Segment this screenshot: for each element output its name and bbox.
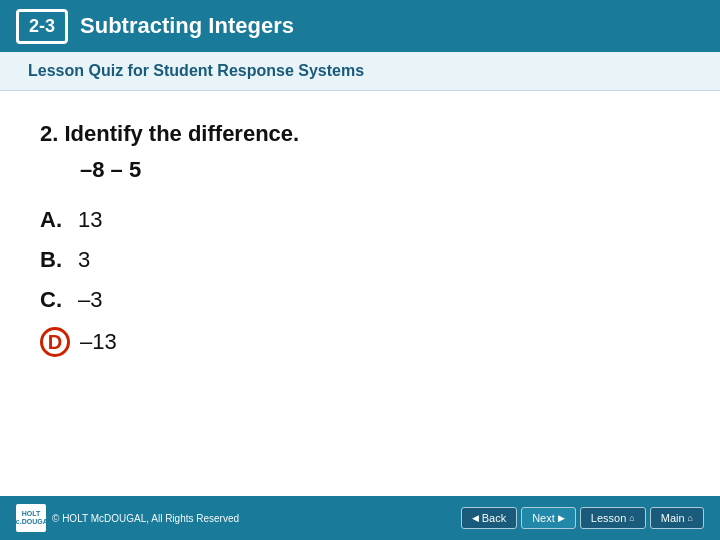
subtitle-bar: Lesson Quiz for Student Response Systems	[0, 52, 720, 91]
back-button[interactable]: ◀ Back	[461, 507, 517, 529]
next-button[interactable]: Next ▶	[521, 507, 576, 529]
lesson-icon: ⌂	[629, 513, 634, 523]
question-expression: –8 – 5	[80, 157, 680, 183]
footer-nav: ◀ Back Next ▶ Lesson ⌂ Main ⌂	[461, 507, 704, 529]
option-letter-d: D	[40, 327, 70, 357]
option-value-a: 13	[78, 207, 102, 233]
lesson-badge-text: 2-3	[29, 16, 55, 36]
holt-logo: HOLTMc.DOUGAL	[16, 504, 46, 532]
option-value-b: 3	[78, 247, 90, 273]
header-title: Subtracting Integers	[80, 13, 294, 39]
footer-bar: HOLTMc.DOUGAL © HOLT McDOUGAL, All Right…	[0, 496, 720, 540]
footer-copyright: HOLTMc.DOUGAL © HOLT McDOUGAL, All Right…	[16, 504, 239, 532]
question-number: 2.	[40, 121, 58, 146]
answer-option-d[interactable]: D –13	[40, 327, 680, 357]
answer-option-c[interactable]: C. –3	[40, 287, 680, 313]
copyright-text: © HOLT McDOUGAL, All Rights Reserved	[52, 513, 239, 524]
subtitle-text: Lesson Quiz for Student Response Systems	[28, 62, 364, 79]
next-label: Next	[532, 512, 555, 524]
option-letter-a: A.	[40, 207, 68, 233]
answer-option-b[interactable]: B. 3	[40, 247, 680, 273]
question-body: Identify the difference.	[64, 121, 299, 146]
header-bar: 2-3 Subtracting Integers	[0, 0, 720, 52]
main-content: 2. Identify the difference. –8 – 5 A. 13…	[0, 91, 720, 381]
answer-option-a[interactable]: A. 13	[40, 207, 680, 233]
lesson-badge: 2-3	[16, 9, 68, 44]
lesson-button[interactable]: Lesson ⌂	[580, 507, 646, 529]
main-icon: ⌂	[688, 513, 693, 523]
option-letter-c: C.	[40, 287, 68, 313]
option-value-c: –3	[78, 287, 102, 313]
option-value-d: –13	[80, 329, 117, 355]
main-label: Main	[661, 512, 685, 524]
back-label: Back	[482, 512, 506, 524]
next-icon: ▶	[558, 513, 565, 523]
lesson-label: Lesson	[591, 512, 626, 524]
holt-logo-text: HOLTMc.DOUGAL	[10, 510, 52, 525]
back-icon: ◀	[472, 513, 479, 523]
main-button[interactable]: Main ⌂	[650, 507, 704, 529]
option-letter-b: B.	[40, 247, 68, 273]
question-text: 2. Identify the difference.	[40, 121, 680, 147]
